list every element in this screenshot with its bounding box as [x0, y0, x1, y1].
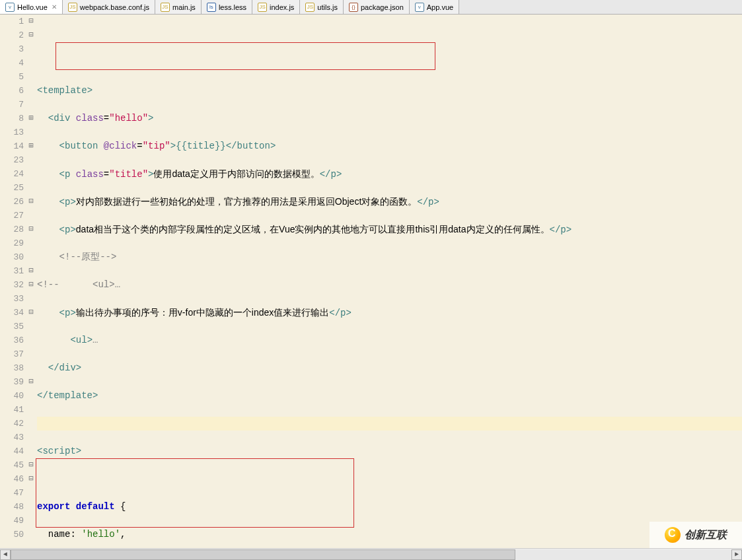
scroll-track[interactable]: [11, 549, 731, 560]
line-number-gutter: 1234567813142324252627282930313233343536…: [0, 15, 26, 548]
scroll-right-arrow-icon[interactable]: ►: [731, 549, 742, 560]
tab-main-js[interactable]: JS main.js: [155, 0, 202, 14]
tab-bar: v Hello.vue ✕ JS webpack.base.conf.js JS…: [0, 0, 742, 15]
watermark: 创新互联: [649, 522, 742, 548]
watermark-text: 创新互联: [685, 528, 727, 542]
tab-label: Hello.vue: [17, 3, 48, 11]
tab-label: webpack.base.conf.js: [80, 3, 149, 11]
fold-gutter[interactable]: ⊟⊟⊞⊞⊟⊟⊟⊟⊟⊟⊟⊟: [26, 15, 36, 548]
tab-hello-vue[interactable]: v Hello.vue ✕: [0, 0, 63, 14]
close-icon[interactable]: ✕: [52, 3, 57, 11]
vue-icon: v: [5, 3, 15, 12]
scroll-left-arrow-icon[interactable]: ◄: [0, 549, 11, 560]
code-area[interactable]: <template> <div class="hello"> <button @…: [36, 15, 742, 548]
js-icon: JS: [258, 3, 267, 12]
scroll-thumb[interactable]: [11, 549, 515, 560]
tab-label: index.js: [270, 3, 294, 11]
highlight-box-1: [56, 42, 435, 70]
tab-package-json[interactable]: {} package.json: [344, 0, 410, 14]
tab-label: App.vue: [427, 3, 453, 11]
tab-webpack-conf[interactable]: JS webpack.base.conf.js: [63, 0, 155, 14]
tab-label: less.less: [219, 3, 246, 11]
vue-icon: v: [415, 3, 424, 12]
tab-app-vue[interactable]: v App.vue: [410, 0, 459, 14]
horizontal-scrollbar[interactable]: ◄ ►: [0, 548, 742, 560]
js-icon: JS: [68, 3, 77, 12]
tab-index-js[interactable]: JS index.js: [252, 0, 300, 14]
tab-label: utils.js: [317, 3, 338, 11]
tab-utils-js[interactable]: JS utils.js: [300, 0, 344, 14]
tab-label: main.js: [172, 3, 196, 11]
highlight-box-2: [36, 458, 354, 528]
js-icon: JS: [161, 3, 170, 12]
less-icon: ls: [207, 3, 216, 12]
js-icon: JS: [305, 3, 315, 12]
tab-label: package.json: [361, 3, 404, 11]
tab-less[interactable]: ls less.less: [202, 0, 252, 14]
json-icon: {}: [349, 3, 358, 12]
code-editor[interactable]: 1234567813142324252627282930313233343536…: [0, 15, 742, 548]
watermark-icon: [665, 527, 681, 543]
